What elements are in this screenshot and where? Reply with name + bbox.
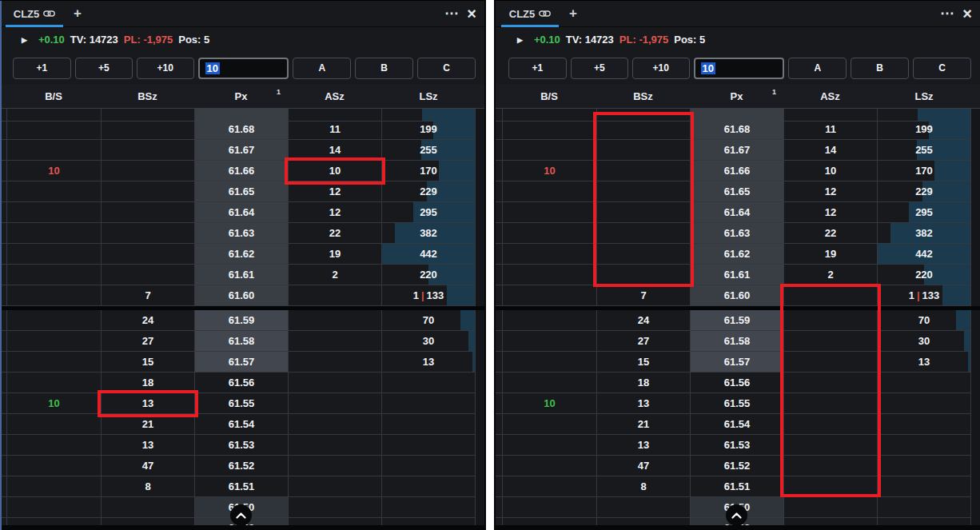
- bsz-cell[interactable]: 24: [596, 310, 690, 331]
- px-cell[interactable]: 61.64: [194, 202, 288, 223]
- bs-cell[interactable]: [6, 181, 101, 202]
- bsz-cell[interactable]: 47: [596, 456, 690, 476]
- bsz-cell[interactable]: [101, 497, 194, 518]
- asz-cell[interactable]: 2: [783, 265, 877, 285]
- asz-cell[interactable]: [783, 373, 877, 393]
- asz-cell[interactable]: [288, 393, 381, 414]
- bs-cell[interactable]: 10: [6, 393, 101, 414]
- asz-cell[interactable]: 14: [288, 140, 381, 161]
- asz-cell[interactable]: 14: [783, 140, 877, 161]
- bsz-cell[interactable]: [101, 119, 194, 140]
- bs-cell[interactable]: [502, 265, 596, 285]
- bs-cell[interactable]: [502, 352, 596, 373]
- bs-cell[interactable]: [502, 223, 596, 244]
- asz-cell[interactable]: 22: [783, 223, 877, 244]
- bsz-cell[interactable]: [596, 202, 690, 223]
- bsz-cell[interactable]: [596, 497, 690, 518]
- px-cell[interactable]: 61.61: [690, 265, 783, 285]
- asz-cell[interactable]: [288, 414, 381, 435]
- px-cell[interactable]: 61.60: [194, 285, 288, 306]
- asz-cell[interactable]: 11: [783, 119, 877, 140]
- px-cell[interactable]: 61.52: [194, 456, 288, 476]
- qty-plus5-button[interactable]: +5: [75, 58, 133, 79]
- bs-cell[interactable]: [502, 202, 596, 223]
- quantity-input[interactable]: 10: [198, 58, 289, 79]
- close-icon[interactable]: ×: [467, 6, 476, 21]
- bsz-cell[interactable]: 15: [596, 352, 690, 373]
- asz-cell[interactable]: [783, 456, 877, 476]
- preset-b-button[interactable]: B: [355, 58, 413, 79]
- asz-cell[interactable]: 11: [288, 119, 381, 140]
- bs-cell[interactable]: 10: [502, 393, 596, 414]
- add-tab-button[interactable]: +: [564, 1, 583, 27]
- tab-clz5[interactable]: CLZ5: [501, 1, 559, 27]
- bsz-cell[interactable]: [596, 140, 690, 161]
- bs-cell[interactable]: [502, 331, 596, 352]
- bsz-cell[interactable]: [101, 202, 194, 223]
- px-cell[interactable]: 61.53: [690, 435, 783, 456]
- asz-cell[interactable]: [288, 435, 381, 456]
- bs-cell[interactable]: [6, 223, 101, 244]
- preset-c-button[interactable]: C: [417, 58, 476, 79]
- asz-cell[interactable]: [783, 476, 877, 497]
- px-cell[interactable]: 61.55: [690, 393, 783, 414]
- bsz-cell[interactable]: 13: [101, 393, 194, 414]
- bs-cell[interactable]: [502, 119, 596, 140]
- asz-cell[interactable]: [783, 414, 877, 435]
- bs-cell[interactable]: [6, 244, 101, 265]
- px-cell[interactable]: 61.68: [194, 119, 288, 140]
- asz-cell[interactable]: [288, 497, 381, 518]
- preset-a-button[interactable]: A: [293, 58, 351, 79]
- qty-plus1-button[interactable]: +1: [508, 58, 567, 79]
- asz-cell[interactable]: [783, 331, 877, 352]
- bsz-cell[interactable]: [101, 244, 194, 265]
- bsz-cell[interactable]: [101, 161, 194, 181]
- bs-cell[interactable]: [502, 497, 596, 518]
- asz-cell[interactable]: 10: [288, 161, 381, 181]
- tab-clz5[interactable]: CLZ5: [6, 1, 63, 27]
- bsz-cell[interactable]: 18: [596, 373, 690, 393]
- bs-cell[interactable]: [6, 285, 101, 306]
- bsz-cell[interactable]: [596, 223, 690, 244]
- asz-cell[interactable]: 12: [288, 181, 381, 202]
- recenter-button[interactable]: [726, 504, 747, 526]
- bs-cell[interactable]: [502, 140, 596, 161]
- bsz-cell[interactable]: 13: [596, 393, 690, 414]
- bsz-cell[interactable]: 15: [101, 352, 194, 373]
- bsz-cell[interactable]: [101, 223, 194, 244]
- asz-cell[interactable]: 22: [288, 223, 381, 244]
- bs-cell[interactable]: [502, 456, 596, 476]
- bsz-cell[interactable]: 47: [101, 456, 194, 476]
- asz-cell[interactable]: 10: [783, 161, 877, 181]
- qty-plus10-button[interactable]: +10: [137, 58, 194, 79]
- px-cell[interactable]: 61.63: [194, 223, 288, 244]
- px-cell[interactable]: 61.56: [194, 373, 288, 393]
- bsz-cell[interactable]: [101, 265, 194, 285]
- bsz-cell[interactable]: 8: [101, 476, 194, 497]
- px-cell[interactable]: 61.65: [690, 181, 783, 202]
- asz-cell[interactable]: [288, 331, 381, 352]
- bsz-cell[interactable]: [596, 161, 690, 181]
- asz-cell[interactable]: 12: [783, 181, 877, 202]
- px-cell[interactable]: 61.61: [194, 265, 288, 285]
- bs-cell[interactable]: [502, 373, 596, 393]
- px-cell[interactable]: 61.59: [194, 310, 288, 331]
- close-icon[interactable]: ×: [962, 6, 972, 21]
- more-options-icon[interactable]: ⋯: [940, 10, 954, 18]
- asz-cell[interactable]: [288, 310, 381, 331]
- px-cell[interactable]: 61.67: [194, 140, 288, 161]
- bsz-cell[interactable]: 24: [101, 310, 194, 331]
- bsz-cell[interactable]: [101, 181, 194, 202]
- bsz-cell[interactable]: 21: [596, 414, 690, 435]
- expander-icon[interactable]: ▶: [517, 36, 523, 44]
- bs-cell[interactable]: [6, 456, 101, 476]
- bs-cell[interactable]: [502, 310, 596, 331]
- bs-cell[interactable]: [6, 414, 101, 435]
- px-cell[interactable]: 61.56: [690, 373, 783, 393]
- bsz-cell[interactable]: 27: [596, 331, 690, 352]
- bsz-cell[interactable]: [101, 140, 194, 161]
- px-cell[interactable]: 61.57: [690, 352, 783, 373]
- bsz-cell[interactable]: 13: [596, 435, 690, 456]
- asz-cell[interactable]: [783, 310, 877, 331]
- px-cell[interactable]: 61.60: [690, 285, 783, 306]
